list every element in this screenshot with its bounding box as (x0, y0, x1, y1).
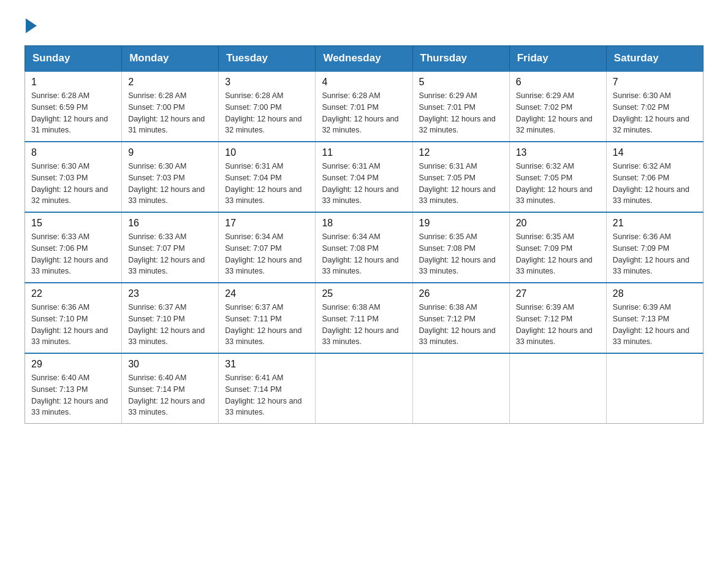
day-number: 6 (516, 77, 600, 88)
day-info: Sunrise: 6:33 AM Sunset: 7:06 PM Dayligh… (31, 231, 115, 277)
day-info: Sunrise: 6:39 AM Sunset: 7:12 PM Dayligh… (516, 302, 600, 348)
day-info: Sunrise: 6:40 AM Sunset: 7:14 PM Dayligh… (128, 372, 212, 418)
calendar-cell: 2 Sunrise: 6:28 AM Sunset: 7:00 PM Dayli… (122, 71, 219, 142)
calendar-header-row: SundayMondayTuesdayWednesdayThursdayFrid… (25, 46, 703, 72)
day-number: 12 (419, 147, 503, 158)
day-info: Sunrise: 6:36 AM Sunset: 7:10 PM Dayligh… (31, 302, 115, 348)
day-info: Sunrise: 6:32 AM Sunset: 7:06 PM Dayligh… (613, 161, 697, 207)
day-number: 11 (322, 147, 406, 158)
calendar-cell: 23 Sunrise: 6:37 AM Sunset: 7:10 PM Dayl… (122, 283, 219, 353)
day-info: Sunrise: 6:28 AM Sunset: 7:01 PM Dayligh… (322, 90, 406, 136)
day-number: 13 (516, 147, 600, 158)
day-number: 19 (419, 218, 503, 229)
day-number: 1 (31, 77, 115, 88)
calendar-week-row: 8 Sunrise: 6:30 AM Sunset: 7:03 PM Dayli… (25, 142, 703, 212)
day-number: 27 (516, 288, 600, 299)
day-info: Sunrise: 6:35 AM Sunset: 7:09 PM Dayligh… (516, 231, 600, 277)
calendar-cell (606, 353, 703, 424)
calendar-cell: 17 Sunrise: 6:34 AM Sunset: 7:07 PM Dayl… (219, 212, 316, 283)
header-sunday: Sunday (25, 46, 122, 72)
day-number: 26 (419, 288, 503, 299)
day-info: Sunrise: 6:33 AM Sunset: 7:07 PM Dayligh… (128, 231, 212, 277)
day-number: 23 (128, 288, 212, 299)
calendar-cell: 7 Sunrise: 6:30 AM Sunset: 7:02 PM Dayli… (606, 71, 703, 142)
day-number: 22 (31, 288, 115, 299)
day-info: Sunrise: 6:34 AM Sunset: 7:08 PM Dayligh… (322, 231, 406, 277)
calendar-cell: 15 Sunrise: 6:33 AM Sunset: 7:06 PM Dayl… (25, 212, 122, 283)
day-number: 14 (613, 147, 697, 158)
calendar-cell: 19 Sunrise: 6:35 AM Sunset: 7:08 PM Dayl… (412, 212, 509, 283)
calendar-cell: 30 Sunrise: 6:40 AM Sunset: 7:14 PM Dayl… (122, 353, 219, 424)
calendar-cell: 26 Sunrise: 6:38 AM Sunset: 7:12 PM Dayl… (412, 283, 509, 353)
day-info: Sunrise: 6:30 AM Sunset: 7:02 PM Dayligh… (613, 90, 697, 136)
calendar-cell (509, 353, 606, 424)
calendar-cell: 22 Sunrise: 6:36 AM Sunset: 7:10 PM Dayl… (25, 283, 122, 353)
header-friday: Friday (509, 46, 606, 72)
calendar-cell: 10 Sunrise: 6:31 AM Sunset: 7:04 PM Dayl… (219, 142, 316, 212)
day-info: Sunrise: 6:41 AM Sunset: 7:14 PM Dayligh… (225, 372, 309, 418)
day-number: 21 (613, 218, 697, 229)
calendar-cell: 31 Sunrise: 6:41 AM Sunset: 7:14 PM Dayl… (219, 353, 316, 424)
day-info: Sunrise: 6:39 AM Sunset: 7:13 PM Dayligh… (613, 302, 697, 348)
logo (25, 18, 38, 33)
day-number: 28 (613, 288, 697, 299)
day-number: 3 (225, 77, 309, 88)
day-info: Sunrise: 6:30 AM Sunset: 7:03 PM Dayligh… (128, 161, 212, 207)
day-number: 20 (516, 218, 600, 229)
logo-arrow-icon (26, 18, 37, 33)
header-saturday: Saturday (606, 46, 703, 72)
day-info: Sunrise: 6:38 AM Sunset: 7:12 PM Dayligh… (419, 302, 503, 348)
day-info: Sunrise: 6:37 AM Sunset: 7:10 PM Dayligh… (128, 302, 212, 348)
calendar-cell: 18 Sunrise: 6:34 AM Sunset: 7:08 PM Dayl… (316, 212, 412, 283)
day-number: 29 (31, 359, 115, 370)
calendar-cell: 13 Sunrise: 6:32 AM Sunset: 7:05 PM Dayl… (509, 142, 606, 212)
day-info: Sunrise: 6:37 AM Sunset: 7:11 PM Dayligh… (225, 302, 309, 348)
calendar-week-row: 15 Sunrise: 6:33 AM Sunset: 7:06 PM Dayl… (25, 212, 703, 283)
calendar-cell: 1 Sunrise: 6:28 AM Sunset: 6:59 PM Dayli… (25, 71, 122, 142)
day-number: 16 (128, 218, 212, 229)
day-number: 24 (225, 288, 309, 299)
calendar-cell: 8 Sunrise: 6:30 AM Sunset: 7:03 PM Dayli… (25, 142, 122, 212)
header-monday: Monday (122, 46, 219, 72)
calendar-cell: 6 Sunrise: 6:29 AM Sunset: 7:02 PM Dayli… (509, 71, 606, 142)
header-tuesday: Tuesday (219, 46, 316, 72)
day-number: 9 (128, 147, 212, 158)
day-number: 5 (419, 77, 503, 88)
day-number: 17 (225, 218, 309, 229)
calendar-table: SundayMondayTuesdayWednesdayThursdayFrid… (25, 45, 703, 424)
day-info: Sunrise: 6:40 AM Sunset: 7:13 PM Dayligh… (31, 372, 115, 418)
day-number: 10 (225, 147, 309, 158)
day-info: Sunrise: 6:32 AM Sunset: 7:05 PM Dayligh… (516, 161, 600, 207)
day-number: 31 (225, 359, 309, 370)
calendar-cell: 9 Sunrise: 6:30 AM Sunset: 7:03 PM Dayli… (122, 142, 219, 212)
calendar-cell: 27 Sunrise: 6:39 AM Sunset: 7:12 PM Dayl… (509, 283, 606, 353)
day-number: 7 (613, 77, 697, 88)
calendar-cell: 29 Sunrise: 6:40 AM Sunset: 7:13 PM Dayl… (25, 353, 122, 424)
day-info: Sunrise: 6:31 AM Sunset: 7:04 PM Dayligh… (322, 161, 406, 207)
day-info: Sunrise: 6:28 AM Sunset: 7:00 PM Dayligh… (128, 90, 212, 136)
day-number: 15 (31, 218, 115, 229)
calendar-cell: 14 Sunrise: 6:32 AM Sunset: 7:06 PM Dayl… (606, 142, 703, 212)
calendar-week-row: 1 Sunrise: 6:28 AM Sunset: 6:59 PM Dayli… (25, 71, 703, 142)
day-number: 25 (322, 288, 406, 299)
header-thursday: Thursday (412, 46, 509, 72)
day-info: Sunrise: 6:36 AM Sunset: 7:09 PM Dayligh… (613, 231, 697, 277)
calendar-cell: 25 Sunrise: 6:38 AM Sunset: 7:11 PM Dayl… (316, 283, 412, 353)
day-info: Sunrise: 6:35 AM Sunset: 7:08 PM Dayligh… (419, 231, 503, 277)
day-number: 4 (322, 77, 406, 88)
day-info: Sunrise: 6:29 AM Sunset: 7:01 PM Dayligh… (419, 90, 503, 136)
calendar-cell: 5 Sunrise: 6:29 AM Sunset: 7:01 PM Dayli… (412, 71, 509, 142)
day-number: 2 (128, 77, 212, 88)
page-header (25, 18, 703, 33)
day-number: 8 (31, 147, 115, 158)
calendar-cell: 21 Sunrise: 6:36 AM Sunset: 7:09 PM Dayl… (606, 212, 703, 283)
day-info: Sunrise: 6:34 AM Sunset: 7:07 PM Dayligh… (225, 231, 309, 277)
day-info: Sunrise: 6:28 AM Sunset: 7:00 PM Dayligh… (225, 90, 309, 136)
day-info: Sunrise: 6:38 AM Sunset: 7:11 PM Dayligh… (322, 302, 406, 348)
calendar-cell: 20 Sunrise: 6:35 AM Sunset: 7:09 PM Dayl… (509, 212, 606, 283)
day-number: 18 (322, 218, 406, 229)
day-info: Sunrise: 6:28 AM Sunset: 6:59 PM Dayligh… (31, 90, 115, 136)
calendar-cell (412, 353, 509, 424)
calendar-cell: 24 Sunrise: 6:37 AM Sunset: 7:11 PM Dayl… (219, 283, 316, 353)
day-info: Sunrise: 6:31 AM Sunset: 7:05 PM Dayligh… (419, 161, 503, 207)
